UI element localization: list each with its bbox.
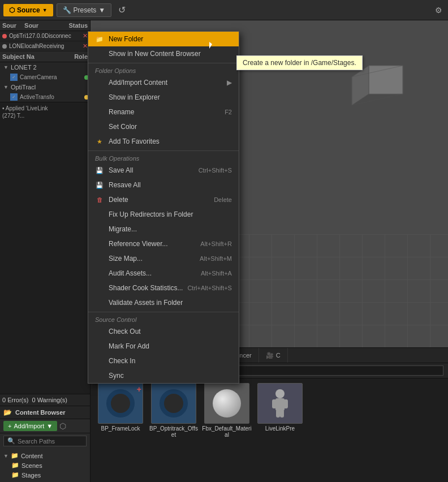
- presets-label: Presets: [74, 6, 97, 14]
- folder-options-header: Folder Options: [88, 65, 239, 75]
- menu-label-add-favorites: Add To Favorites: [109, 137, 160, 145]
- resave-all-icon: 💾: [95, 180, 104, 190]
- source-row-2[interactable]: LONElocalhReceiving ✕: [0, 41, 90, 51]
- menu-item-fix-redirectors[interactable]: Fix Up Redirectors in Folder: [88, 207, 239, 222]
- menu-item-add-favorites[interactable]: ★ Add To Favorites: [88, 134, 239, 149]
- folder-name-scenes: Scenes: [21, 462, 42, 469]
- add-import-label: Add/Import: [14, 423, 44, 429]
- tab-camera[interactable]: 🎥 C: [259, 348, 288, 363]
- menu-item-delete[interactable]: 🗑 Delete Delete: [88, 192, 239, 207]
- asset-thumb-bp-framelock: +: [98, 383, 143, 424]
- asset-item-fbx-default[interactable]: Fbx_Default_Material: [201, 383, 252, 438]
- menu-label-migrate: Migrate...: [109, 225, 137, 233]
- subject-group-label-2[interactable]: ▼ OptiTracl: [2, 82, 90, 92]
- menu-label-new-folder: New Folder: [109, 35, 143, 43]
- menu-item-show-new-cb[interactable]: Show in New Content Browser: [88, 46, 239, 61]
- subject-group-1: ▼ LONET 2 ✓ CamerCamera: [0, 62, 90, 82]
- rename-shortcut: F2: [225, 109, 232, 115]
- subject-item-1[interactable]: ✓ CamerCamera: [2, 72, 90, 82]
- show-new-cb-icon: [95, 49, 104, 58]
- menu-item-reference-viewer[interactable]: Reference Viewer... Alt+Shift+R: [88, 236, 239, 251]
- source-icon: ⬡: [9, 6, 15, 14]
- menu-label-save-all: Save All: [109, 166, 133, 174]
- asset-thumb-livelink: [257, 383, 303, 424]
- context-menu: 📁 New Folder Show in New Content Browser…: [88, 31, 239, 384]
- menu-label-rename: Rename: [109, 108, 134, 116]
- menu-item-new-folder[interactable]: 📁 New Folder: [88, 32, 239, 46]
- cb-toolbar: + Add/Import ▼ ⬡: [0, 419, 90, 433]
- add-import-button[interactable]: + Add/Import ▼: [3, 421, 57, 431]
- source-delete-2[interactable]: ✕: [83, 42, 88, 50]
- folder-content[interactable]: ▼ 📁 Content: [3, 451, 87, 461]
- content-arrow: ▼: [3, 453, 8, 459]
- presets-arrow: ▼: [98, 6, 105, 14]
- menu-item-check-out[interactable]: Check Out: [88, 324, 239, 339]
- menu-item-mark-for-add[interactable]: Mark For Add: [88, 339, 239, 354]
- log-area: • Applied 'LiveLink (272) T...: [0, 102, 90, 394]
- menu-item-set-color[interactable]: Set Color: [88, 119, 239, 134]
- svg-rect-4: [275, 398, 285, 411]
- menu-item-check-in[interactable]: Check In: [88, 354, 239, 368]
- folder-name-stages: Stages: [21, 472, 41, 479]
- asset-thumb-bp-optritrack: [151, 383, 196, 424]
- cb-path-button[interactable]: ⬡: [59, 421, 66, 431]
- subject-check-2[interactable]: ✓: [10, 93, 18, 101]
- svg-marker-1: [352, 66, 369, 105]
- separator-2: [88, 150, 239, 151]
- source-button[interactable]: ⬡ Source ▼: [3, 4, 53, 16]
- menu-item-resave-all[interactable]: 💾 Resave All: [88, 178, 239, 192]
- menu-label-set-color: Set Color: [109, 123, 137, 131]
- source-table-header: Sour Sour Status: [0, 20, 90, 31]
- subject-group-label-1[interactable]: ▼ LONET 2: [2, 62, 90, 72]
- rename-icon: [95, 107, 104, 117]
- show-explorer-icon: [95, 93, 104, 102]
- cb-title: Content Browser: [15, 409, 66, 416]
- menu-label-mark-for-add: Mark For Add: [109, 342, 149, 350]
- log-text-1: Applied 'LiveLink: [6, 105, 48, 111]
- check-out-icon: [95, 327, 104, 336]
- source-delete-1[interactable]: ✕: [83, 32, 88, 40]
- asset-item-bp-framelock[interactable]: + BP_FrameLock: [95, 383, 146, 438]
- log-line-2: (272) T...: [2, 112, 88, 119]
- menu-item-validate-assets[interactable]: Validate Assets in Folder: [88, 295, 239, 310]
- folder-scenes[interactable]: 📁 Scenes: [3, 461, 87, 470]
- asset-figure-livelink: [269, 388, 291, 419]
- reference-viewer-shortcut: Alt+Shift+R: [200, 240, 232, 247]
- menu-item-migrate[interactable]: Migrate...: [88, 222, 239, 236]
- menu-label-resave-all: Resave All: [109, 181, 141, 189]
- menu-label-add-import: Add/Import Content: [109, 79, 167, 87]
- context-menu-overlay: 📁 New Folder Show in New Content Browser…: [88, 31, 239, 384]
- menu-label-audit-assets: Audit Assets...: [109, 269, 152, 277]
- menu-item-sync[interactable]: Sync: [88, 368, 239, 383]
- save-all-icon: 💾: [95, 166, 104, 175]
- asset-item-bp-optritrack[interactable]: BP_Optritrack_Offset: [148, 383, 199, 438]
- subject-check-1[interactable]: ✓: [10, 74, 18, 81]
- menu-label-check-out: Check Out: [109, 328, 141, 335]
- source-control-header: Source Control: [88, 314, 239, 324]
- menu-label-validate-assets: Validate Assets in Folder: [109, 299, 183, 307]
- bulk-operations-header: Bulk Operations: [88, 153, 239, 163]
- subject-item-2[interactable]: ✓ ActiveTransfo: [2, 92, 90, 102]
- separator-1: [88, 63, 239, 63]
- folder-stages[interactable]: 📁 Stages: [3, 470, 87, 480]
- subject-group-2: ▼ OptiTracl ✓ ActiveTransfo: [0, 82, 90, 102]
- shader-cook-shortcut: Ctrl+Alt+Shift+S: [187, 285, 232, 291]
- undo-button[interactable]: ↺: [115, 3, 129, 16]
- menu-item-shader-cook[interactable]: Shader Cook Statistics... Ctrl+Alt+Shift…: [88, 281, 239, 295]
- menu-item-audit-assets[interactable]: Audit Assets... Alt+Shift+A: [88, 266, 239, 281]
- svg-marker-0: [369, 66, 403, 94]
- menu-label-fix-redirectors: Fix Up Redirectors in Folder: [109, 210, 193, 218]
- source-row-1[interactable]: OptiTri127.0.0Disconnecte ✕: [0, 31, 90, 41]
- menu-item-size-map[interactable]: Size Map... Alt+Shift+M: [88, 251, 239, 266]
- source-col2: Sour: [24, 22, 38, 29]
- source-name-1: OptiTri127.0.0Disconnecte: [9, 33, 71, 39]
- presets-button[interactable]: 🔧 Presets ▼: [57, 3, 112, 17]
- menu-item-save-all[interactable]: 💾 Save All Ctrl+Shift+S: [88, 163, 239, 178]
- settings-button[interactable]: ⚙: [433, 3, 445, 17]
- asset-item-livelink[interactable]: LiveLinkPre: [255, 383, 305, 438]
- source-label: Source: [17, 6, 40, 14]
- menu-item-rename[interactable]: Rename F2: [88, 105, 239, 119]
- menu-item-show-explorer[interactable]: Show in Explorer: [88, 90, 239, 105]
- search-paths-box[interactable]: 🔍 Search Paths: [3, 436, 87, 446]
- menu-item-add-import[interactable]: Add/Import Content ▶: [88, 75, 239, 90]
